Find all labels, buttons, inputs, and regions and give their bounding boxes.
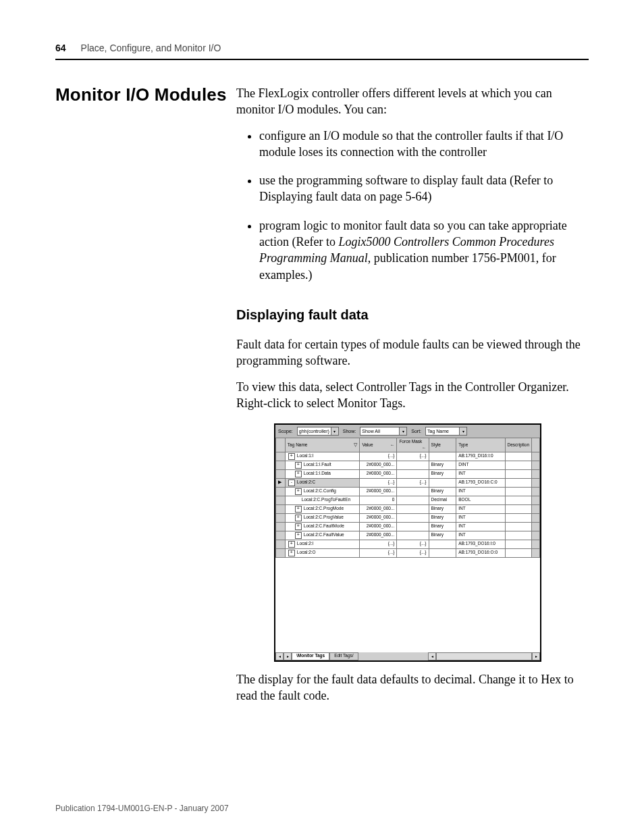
force-mask-cell[interactable]: {...} — [397, 452, 429, 461]
tag-name-cell[interactable]: Local:2:C.ProgToFaultEn — [285, 496, 360, 504]
subheading: Displaying fault data — [236, 306, 589, 324]
force-mask-cell[interactable] — [397, 469, 429, 478]
description-cell[interactable] — [505, 548, 532, 557]
publication-footer: Publication 1794-UM001G-EN-P - January 2… — [55, 803, 229, 814]
value-cell[interactable]: 2#0000_000... — [360, 531, 397, 540]
value-cell[interactable]: 2#0000_000... — [360, 522, 397, 531]
tag-name-cell[interactable]: +Local:2:C.FaultValue — [285, 531, 360, 540]
table-row[interactable]: +Local:2:C.FaultValue2#0000_000...Binary… — [276, 531, 540, 540]
style-cell[interactable]: Binary — [429, 522, 456, 531]
row-trailer — [532, 531, 540, 540]
force-mask-cell[interactable] — [397, 531, 429, 540]
row-trailer — [532, 461, 540, 469]
sort-dropdown[interactable]: Tag Name▾ — [425, 427, 467, 436]
force-mask-cell[interactable]: {...} — [397, 540, 429, 548]
table-row[interactable]: Local:2:C.ProgToFaultEn0DecimalBOOL — [276, 496, 540, 504]
style-cell[interactable] — [429, 478, 456, 487]
grid-header-row: Tag Name ▽ Value ← Force Mask ← Style Ty… — [276, 438, 540, 452]
chevron-down-icon: ▾ — [331, 427, 338, 435]
scroll-right-button[interactable]: ▸ — [532, 652, 540, 660]
value-cell[interactable]: 2#0000_000... — [360, 504, 397, 513]
chevron-down-icon: ▾ — [459, 427, 466, 435]
description-cell[interactable] — [505, 452, 532, 461]
tag-name-cell[interactable]: +Local:2:C.Config — [285, 487, 360, 496]
tab-nav-first[interactable]: ◂ — [275, 652, 284, 660]
force-mask-cell[interactable] — [397, 504, 429, 513]
force-mask-cell[interactable] — [397, 496, 429, 504]
tab-nav-prev[interactable]: ▸ — [284, 652, 292, 660]
force-mask-cell[interactable] — [397, 513, 429, 522]
table-row[interactable]: +Local:2:C.ProgValue2#0000_000...BinaryI… — [276, 513, 540, 522]
style-cell[interactable]: Binary — [429, 513, 456, 522]
description-cell[interactable] — [505, 531, 532, 540]
table-row[interactable]: +Local:1:I.Data2#0000_000...BinaryINT — [276, 469, 540, 478]
description-cell[interactable] — [505, 522, 532, 531]
type-cell: BOOL — [456, 496, 505, 504]
value-cell[interactable]: 2#0000_000... — [360, 513, 397, 522]
style-cell[interactable] — [429, 540, 456, 548]
force-mask-cell[interactable]: {...} — [397, 548, 429, 557]
value-cell[interactable]: {...} — [360, 540, 397, 548]
show-dropdown[interactable]: Show All▾ — [360, 427, 407, 436]
style-cell[interactable]: Binary — [429, 504, 456, 513]
bullet-item: program logic to monitor fault data so y… — [259, 217, 589, 283]
style-cell[interactable]: Decimal — [429, 496, 456, 504]
tag-name-cell[interactable]: +Local:2:C.ProgMode — [285, 504, 360, 513]
row-marker — [276, 531, 286, 540]
value-cell[interactable]: 2#0000_000... — [360, 461, 397, 469]
force-mask-cell[interactable]: {...} — [397, 478, 429, 487]
style-cell[interactable] — [429, 548, 456, 557]
type-cell: AB:1793_DO16:I:0 — [456, 540, 505, 548]
value-cell[interactable]: 2#0000_000... — [360, 469, 397, 478]
tag-name-cell[interactable]: +Local:2:I — [285, 540, 360, 548]
description-cell[interactable] — [505, 504, 532, 513]
table-row[interactable]: +Local:2:C.ProgMode2#0000_000...BinaryIN… — [276, 504, 540, 513]
value-cell[interactable]: {...} — [360, 548, 397, 557]
style-cell[interactable]: Binary — [429, 531, 456, 540]
tag-name-cell[interactable]: +Local:2:C.FaultMode — [285, 522, 360, 531]
description-cell[interactable] — [505, 487, 532, 496]
style-cell[interactable]: Binary — [429, 469, 456, 478]
row-marker — [276, 522, 286, 531]
type-cell: INT — [456, 522, 505, 531]
value-cell[interactable]: {...} — [360, 452, 397, 461]
description-cell[interactable] — [505, 496, 532, 504]
force-mask-cell[interactable] — [397, 487, 429, 496]
tag-name-cell[interactable]: +Local:1:I — [285, 452, 360, 461]
value-cell[interactable]: 2#0000_000... — [360, 487, 397, 496]
tag-name-cell[interactable]: +Local:2:O — [285, 548, 360, 557]
table-row[interactable]: +Local:1:I{...}{...}AB:1793_DI16:I:0 — [276, 452, 540, 461]
body-paragraph: Fault data for certain types of module f… — [236, 336, 589, 369]
style-cell[interactable] — [429, 452, 456, 461]
value-cell[interactable]: {...} — [360, 478, 397, 487]
style-cell[interactable]: Binary — [429, 461, 456, 469]
chapter-title: Place, Configure, and Monitor I/O — [81, 42, 221, 55]
tab-edit-tags[interactable]: Edit Tags / — [329, 652, 358, 660]
value-cell[interactable]: 0 — [360, 496, 397, 504]
row-marker — [276, 513, 286, 522]
description-cell[interactable] — [505, 513, 532, 522]
table-row[interactable]: +Local:2:C.FaultMode2#0000_000...BinaryI… — [276, 522, 540, 531]
row-trailer — [532, 504, 540, 513]
force-mask-cell[interactable] — [397, 461, 429, 469]
description-cell[interactable] — [505, 469, 532, 478]
table-row[interactable]: +Local:2:I{...}{...}AB:1793_DO16:I:0 — [276, 540, 540, 548]
tag-name-cell[interactable]: +Local:2:C.ProgValue — [285, 513, 360, 522]
scope-dropdown[interactable]: ghh(controller)▾ — [297, 427, 339, 436]
tags-grid[interactable]: Tag Name ▽ Value ← Force Mask ← Style Ty… — [275, 438, 540, 558]
tag-name-cell[interactable]: +Local:1:I.Data — [285, 469, 360, 478]
style-cell[interactable]: Binary — [429, 487, 456, 496]
tag-name-cell[interactable]: -Local:2:C — [285, 478, 360, 487]
table-row[interactable]: +Local:2:C.Config2#0000_000...BinaryINT — [276, 487, 540, 496]
force-mask-cell[interactable] — [397, 522, 429, 531]
tab-monitor-tags[interactable]: \ Monitor Tags — [292, 652, 329, 660]
table-row[interactable]: +Local:1:I.Fault2#0000_000...BinaryDINT — [276, 461, 540, 469]
scroll-left-button[interactable]: ◂ — [428, 652, 436, 660]
description-cell[interactable] — [505, 478, 532, 487]
row-marker — [276, 540, 286, 548]
description-cell[interactable] — [505, 461, 532, 469]
description-cell[interactable] — [505, 540, 532, 548]
table-row[interactable]: ▶-Local:2:C{...}{...}AB:1793_DO16:C:0 — [276, 478, 540, 487]
table-row[interactable]: +Local:2:O{...}{...}AB:1793_DO16:O:0 — [276, 548, 540, 557]
tag-name-cell[interactable]: +Local:1:I.Fault — [285, 461, 360, 469]
